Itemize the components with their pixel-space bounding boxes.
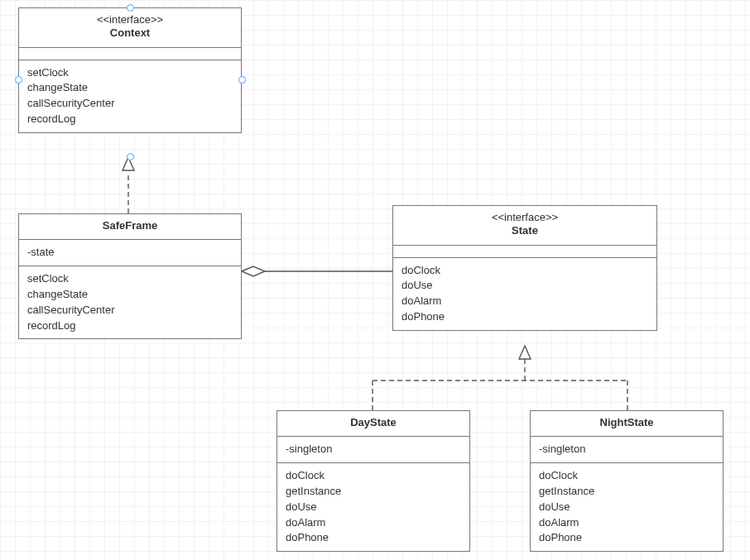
class-state[interactable]: <<interface>> State doClock doUse doAlar… xyxy=(392,205,657,331)
op: getInstance xyxy=(539,484,714,500)
op: doAlarm xyxy=(401,294,648,309)
op: doUse xyxy=(539,500,714,515)
svg-marker-2 xyxy=(242,266,265,276)
op: doAlarm xyxy=(539,515,714,531)
safeframe-attributes: -state xyxy=(19,240,241,266)
op: setClock xyxy=(27,65,233,81)
class-safeframe[interactable]: SafeFrame -state setClock changeState ca… xyxy=(18,213,242,339)
op: doPhone xyxy=(286,530,461,546)
state-stereotype: <<interface>> xyxy=(400,211,650,224)
op: doUse xyxy=(401,278,648,294)
state-name: State xyxy=(400,224,650,237)
nightstate-name: NightState xyxy=(537,416,716,429)
op: doClock xyxy=(539,468,714,484)
resize-handle[interactable] xyxy=(127,153,134,160)
class-context-title: <<interface>> Context xyxy=(19,8,241,48)
op: doAlarm xyxy=(286,515,461,531)
op: doPhone xyxy=(401,309,648,325)
op: setClock xyxy=(27,271,233,287)
state-operations: doClock doUse doAlarm doPhone xyxy=(393,258,656,330)
context-stereotype: <<interface>> xyxy=(26,13,234,26)
op: doClock xyxy=(286,468,461,484)
context-attributes xyxy=(19,48,241,60)
op: doClock xyxy=(401,263,648,279)
daystate-name: DayState xyxy=(284,416,463,429)
op: changeState xyxy=(27,287,233,303)
op: callSecurityCenter xyxy=(27,96,233,112)
nightstate-attributes: -singleton xyxy=(531,437,723,463)
op: changeState xyxy=(27,80,233,96)
attr: -state xyxy=(27,245,233,261)
daystate-operations: doClock getInstance doUse doAlarm doPhon… xyxy=(277,463,469,551)
resize-handle[interactable] xyxy=(15,76,22,84)
op: doPhone xyxy=(539,530,714,546)
attr: -singleton xyxy=(286,442,461,457)
nightstate-operations: doClock getInstance doUse doAlarm doPhon… xyxy=(531,463,723,551)
class-context[interactable]: <<interface>> Context setClock changeSta… xyxy=(18,7,242,133)
op: recordLog xyxy=(27,112,233,127)
context-operations: setClock changeState callSecurityCenter … xyxy=(19,60,241,132)
safeframe-name: SafeFrame xyxy=(26,219,234,232)
attr: -singleton xyxy=(539,442,714,457)
op: getInstance xyxy=(286,484,461,500)
safeframe-operations: setClock changeState callSecurityCenter … xyxy=(19,266,241,338)
daystate-attributes: -singleton xyxy=(277,437,469,463)
class-state-title: <<interface>> State xyxy=(393,206,656,246)
class-daystate-title: DayState xyxy=(277,411,469,437)
context-name: Context xyxy=(26,26,234,40)
class-daystate[interactable]: DayState -singleton doClock getInstance … xyxy=(276,410,470,552)
class-nightstate[interactable]: NightState -singleton doClock getInstanc… xyxy=(530,410,724,552)
resize-handle[interactable] xyxy=(238,76,246,84)
op: doUse xyxy=(286,500,461,515)
op: recordLog xyxy=(27,318,233,334)
class-safeframe-title: SafeFrame xyxy=(19,214,241,240)
state-attributes xyxy=(393,246,656,258)
svg-marker-4 xyxy=(519,346,531,359)
op: callSecurityCenter xyxy=(27,303,233,318)
class-nightstate-title: NightState xyxy=(531,411,723,437)
resize-handle[interactable] xyxy=(127,4,134,12)
